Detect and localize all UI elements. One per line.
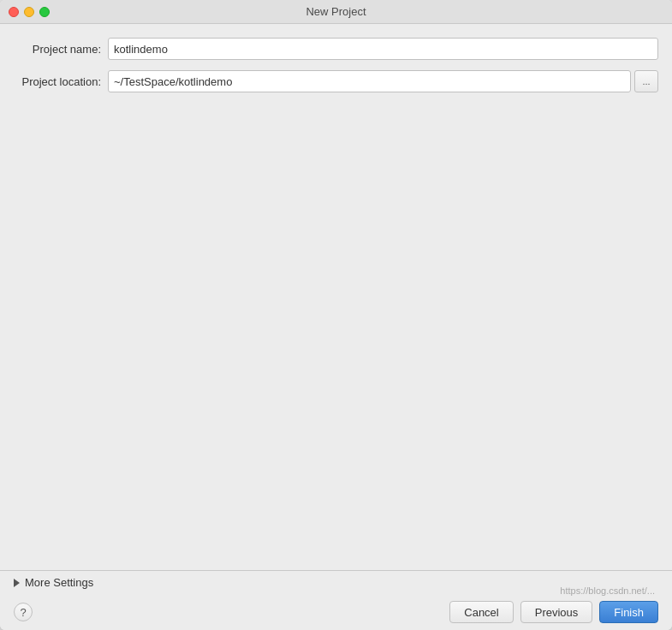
window-title: New Project (306, 5, 366, 18)
minimize-button[interactable] (24, 7, 34, 17)
project-location-row: Project location: ... (14, 70, 658, 92)
project-name-input[interactable] (108, 38, 658, 60)
project-name-row: Project name: (14, 38, 658, 60)
previous-button[interactable]: Previous (520, 601, 593, 623)
project-name-label: Project name: (14, 43, 108, 56)
cancel-button[interactable]: Cancel (449, 601, 513, 623)
more-settings-arrow-icon (14, 579, 20, 587)
browse-button[interactable]: ... (634, 70, 658, 92)
more-settings-row[interactable]: More Settings (0, 571, 672, 594)
close-button[interactable] (9, 7, 19, 17)
button-row: ? Cancel Previous Finish (0, 594, 672, 630)
right-buttons: Cancel Previous Finish (449, 601, 658, 623)
new-project-window: New Project Project name: Project locati… (0, 0, 672, 630)
traffic-lights (9, 7, 50, 17)
title-bar: New Project (0, 0, 672, 24)
help-button[interactable]: ? (14, 603, 33, 621)
project-location-input[interactable] (108, 70, 631, 92)
maximize-button[interactable] (39, 7, 50, 17)
content-spacer (0, 304, 672, 570)
finish-button[interactable]: Finish (599, 601, 658, 623)
project-location-label: Project location: (14, 75, 108, 88)
more-settings-label: More Settings (25, 576, 93, 589)
main-content: Project name: Project location: ... (0, 24, 672, 304)
bottom-bar: More Settings ? Cancel Previous Finish (0, 570, 672, 630)
